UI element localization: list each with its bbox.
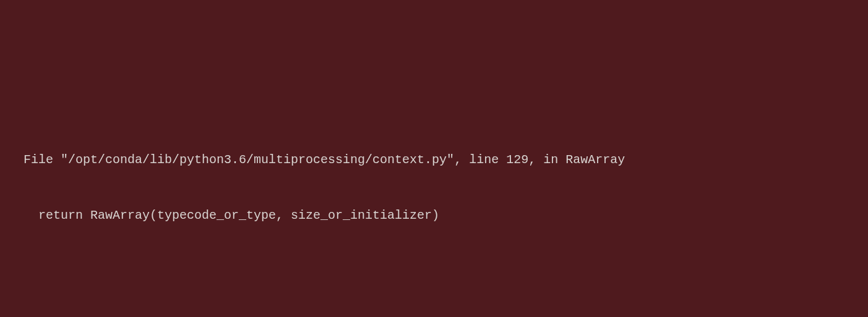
- traceback-frame: File "/opt/conda/lib/python3.6/multiproc…: [0, 114, 868, 262]
- frame-line: 129: [506, 153, 528, 167]
- traceback-frame: File "/opt/conda/lib/python3.6/multiproc…: [0, 299, 868, 317]
- frame-location: File "/opt/conda/lib/python3.6/multiproc…: [0, 151, 868, 169]
- frame-func: RawArray: [565, 153, 625, 167]
- terminal-output: File "/opt/conda/lib/python3.6/multiproc…: [0, 77, 868, 317]
- frame-file: "/opt/conda/lib/python3.6/multiprocessin…: [61, 153, 454, 167]
- frame-code: return RawArray(typecode_or_type, size_o…: [0, 206, 868, 225]
